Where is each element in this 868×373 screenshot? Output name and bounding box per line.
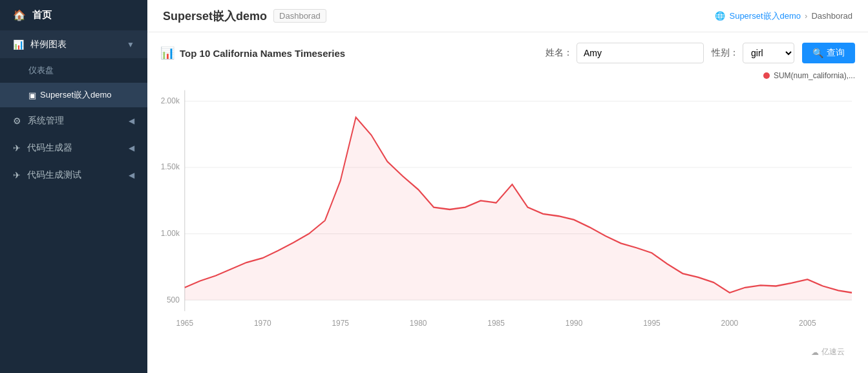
cloud-icon: ☁ [811, 348, 819, 357]
gender-select[interactable]: boy girl [743, 43, 794, 63]
timeseries-chart: 2.00k 1.50k 1.00k 500 1965 1970 1975 [160, 83, 855, 363]
page-title: Superset嵌入demo [163, 8, 267, 24]
sidebar-item-label: 样例图表 [30, 39, 67, 50]
chart-controls: 姓名： 性别： boy girl 🔍 查询 [545, 43, 855, 63]
legend-dot [763, 72, 770, 79]
globe-icon: 🌐 [715, 11, 725, 21]
legend-label: SUM(num_california),... [774, 71, 855, 80]
svg-text:1995: 1995 [643, 317, 661, 328]
chart-title-text: Top 10 California Names Timeseries [180, 48, 345, 59]
chart-icon: 📊 [13, 39, 24, 50]
svg-text:2005: 2005 [799, 317, 816, 328]
bar-chart-icon: 📊 [160, 46, 175, 60]
page-content: 📊 Top 10 California Names Timeseries 姓名：… [147, 32, 868, 373]
page-header: Superset嵌入demo Dashborad 🌐 Superset嵌入dem… [147, 0, 868, 32]
chevron-left-icon2: ◀ [129, 144, 134, 153]
home-icon: 🏠 [13, 9, 26, 21]
sidebar-item-label: 代码生成器 [27, 142, 72, 154]
watermark-label: 亿速云 [821, 346, 845, 357]
sidebar-item-sample-charts[interactable]: 📊 样例图表 ▼ [0, 31, 147, 58]
search-button[interactable]: 🔍 查询 [802, 43, 855, 63]
sidebar-item-code-gen-test[interactable]: ✈ 代码生成测试 ◀ [0, 162, 147, 189]
chevron-left-icon3: ◀ [129, 171, 134, 180]
gear-icon: ⚙ [13, 116, 21, 126]
chart-title: 📊 Top 10 California Names Timeseries [160, 46, 345, 60]
header-title-group: Superset嵌入demo Dashborad [163, 8, 326, 24]
chevron-down-icon: ▼ [127, 40, 134, 49]
chevron-left-icon: ◀ [129, 116, 134, 125]
sidebar-item-code-gen[interactable]: ✈ 代码生成器 ◀ [0, 134, 147, 162]
svg-text:1.00k: 1.00k [161, 228, 180, 238]
sidebar-item-dashboard[interactable]: 仪表盘 [0, 58, 147, 83]
svg-text:1965: 1965 [176, 317, 194, 328]
name-label: 姓名： [545, 47, 573, 59]
chart-header: 📊 Top 10 California Names Timeseries 姓名：… [160, 43, 855, 63]
svg-text:2.00k: 2.00k [161, 95, 180, 105]
svg-text:1985: 1985 [487, 317, 505, 328]
main-content: Superset嵌入demo Dashborad 🌐 Superset嵌入dem… [147, 0, 868, 373]
svg-text:500: 500 [167, 294, 180, 304]
sidebar-item-system-admin[interactable]: ⚙ 系统管理 ◀ [0, 107, 147, 134]
gender-control-group: 性别： boy girl [712, 43, 794, 63]
svg-text:1990: 1990 [566, 317, 583, 328]
breadcrumb-link[interactable]: Superset嵌入demo [729, 10, 801, 22]
send2-icon: ✈ [13, 170, 21, 180]
breadcrumb: 🌐 Superset嵌入demo › Dashborad [715, 10, 852, 22]
search-icon: 🔍 [812, 48, 823, 58]
svg-text:1.50k: 1.50k [161, 162, 180, 172]
sidebar-item-label: 代码生成测试 [27, 169, 81, 181]
sidebar-item-superset-demo[interactable]: ▣ Superset嵌入demo [0, 83, 147, 107]
sidebar-logo-label: 首页 [32, 9, 52, 21]
chart-legend: SUM(num_california),... [160, 71, 855, 80]
sidebar-logo[interactable]: 🏠 首页 [0, 0, 147, 31]
svg-text:1980: 1980 [410, 317, 427, 328]
gender-label: 性别： [712, 47, 739, 59]
watermark: ☁ 亿速云 [811, 346, 845, 357]
chart-panel: 📊 Top 10 California Names Timeseries 姓名：… [147, 32, 868, 373]
sidebar: 🏠 首页 📊 样例图表 ▼ 仪表盘 ▣ Superset嵌入demo ⚙ 系统管… [0, 0, 147, 373]
sidebar-item-label: 系统管理 [28, 115, 64, 127]
breadcrumb-current: Dashborad [811, 11, 852, 21]
svg-text:1975: 1975 [332, 317, 349, 328]
search-label: 查询 [827, 47, 845, 59]
breadcrumb-separator: › [805, 11, 807, 21]
header-badge: Dashborad [273, 9, 326, 23]
sidebar-subitem-label: Superset嵌入demo [40, 89, 112, 101]
name-input[interactable] [577, 43, 704, 63]
send-icon: ✈ [13, 143, 21, 153]
chart-fill [185, 118, 852, 301]
chart-area: 2.00k 1.50k 1.00k 500 1965 1970 1975 [160, 83, 855, 363]
svg-text:1970: 1970 [254, 317, 271, 328]
name-control-group: 姓名： [545, 43, 704, 63]
sidebar-subitem-label: 仪表盘 [28, 65, 54, 76]
svg-text:2000: 2000 [721, 317, 739, 328]
sidebar-subitem-active-icon: ▣ [28, 91, 36, 100]
